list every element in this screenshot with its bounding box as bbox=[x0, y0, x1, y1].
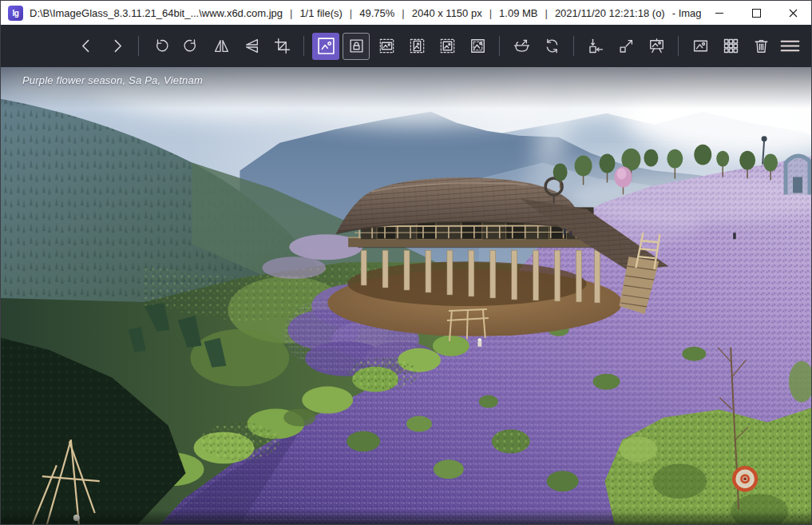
delete-button[interactable] bbox=[747, 33, 774, 60]
titlebar-file-size: 1.09 MB bbox=[499, 7, 537, 19]
photo-canvas[interactable]: Purple flower season, Sa Pa, Vietnam bbox=[1, 67, 811, 524]
rotate-left-button[interactable] bbox=[147, 33, 174, 60]
photo-scene bbox=[1, 67, 811, 524]
trash-icon bbox=[753, 38, 770, 54]
scale-to-width-icon bbox=[378, 38, 395, 54]
next-image-button[interactable] bbox=[103, 33, 130, 60]
previous-image-button[interactable] bbox=[73, 33, 100, 60]
gallery-button[interactable] bbox=[687, 33, 714, 60]
titlebar-separator: | bbox=[489, 7, 492, 19]
close-icon bbox=[789, 9, 798, 18]
toolbar-separator bbox=[303, 36, 304, 56]
rotate-right-button[interactable] bbox=[177, 33, 204, 60]
window-fit-icon bbox=[588, 38, 604, 54]
hamburger-menu-icon bbox=[780, 38, 800, 54]
rotate-left-icon bbox=[152, 38, 169, 54]
refresh-icon bbox=[544, 38, 560, 54]
crop-button[interactable] bbox=[268, 33, 295, 60]
bottom-vignette bbox=[1, 510, 811, 524]
titlebar-zoom-level: 49.75% bbox=[359, 7, 394, 19]
refresh-button[interactable] bbox=[538, 33, 565, 60]
imageglass-window: Ig D:\B\ImageGlass_8.3.11.21_64bit_...\w… bbox=[0, 0, 812, 525]
titlebar: Ig D:\B\ImageGlass_8.3.11.21_64bit_...\w… bbox=[1, 1, 811, 25]
flip-vertical-icon bbox=[244, 38, 260, 54]
toolbar-separator bbox=[138, 36, 139, 56]
titlebar-separator: | bbox=[402, 7, 404, 19]
target-ring bbox=[734, 467, 756, 490]
minimize-button[interactable] bbox=[701, 1, 738, 25]
top-vignette bbox=[1, 67, 811, 109]
scale-to-height-icon bbox=[409, 38, 426, 54]
maximize-button[interactable] bbox=[738, 1, 774, 25]
image-icon bbox=[692, 38, 709, 54]
full-screen-button[interactable] bbox=[612, 33, 640, 60]
titlebar-separator: | bbox=[350, 7, 352, 19]
chevron-right-icon bbox=[109, 38, 125, 54]
scale-to-height-button[interactable] bbox=[403, 33, 430, 60]
toolbar-separator bbox=[678, 36, 679, 56]
titlebar-app-name: - ImageG... bbox=[672, 7, 701, 19]
minimize-icon bbox=[715, 13, 723, 14]
titlebar-separator: | bbox=[290, 7, 292, 19]
toolbar-separator bbox=[573, 36, 574, 56]
auto-zoom-icon bbox=[317, 37, 335, 55]
flip-vertical-button[interactable] bbox=[238, 33, 265, 60]
thumbnail-bar-button[interactable] bbox=[717, 33, 744, 60]
rotate-right-icon bbox=[183, 38, 200, 54]
scale-to-fill-button[interactable] bbox=[464, 33, 491, 60]
scale-to-fit-icon bbox=[439, 38, 456, 54]
pole-top bbox=[762, 136, 767, 141]
main-menu-button[interactable] bbox=[776, 33, 803, 60]
grid-icon bbox=[723, 38, 739, 54]
window-controls bbox=[701, 1, 811, 25]
open-with-icon bbox=[513, 38, 530, 54]
open-with-button[interactable] bbox=[508, 33, 535, 60]
full-screen-icon bbox=[618, 38, 635, 54]
titlebar-text: D:\B\ImageGlass_8.3.11.21_64bit_...\www.… bbox=[30, 7, 701, 19]
titlebar-file-count: 1/1 file(s) bbox=[299, 7, 342, 19]
auto-zoom-button[interactable] bbox=[312, 33, 339, 60]
maximize-icon bbox=[752, 9, 761, 18]
close-button[interactable] bbox=[774, 1, 811, 25]
slideshow-icon bbox=[648, 38, 665, 54]
imageglass-logo-icon[interactable]: Ig bbox=[8, 6, 23, 21]
titlebar-separator: | bbox=[545, 7, 547, 19]
titlebar-dimensions: 2040 x 1150 px bbox=[412, 7, 482, 19]
toolbar bbox=[1, 25, 811, 67]
lock-zoom-button[interactable] bbox=[343, 33, 370, 60]
flip-horizontal-icon bbox=[213, 38, 230, 54]
toolbar-separator bbox=[499, 36, 500, 56]
slideshow-button[interactable] bbox=[643, 33, 670, 60]
photo-caption: Purple flower season, Sa Pa, Vietnam bbox=[22, 74, 203, 86]
blue-arch-structure bbox=[786, 156, 810, 194]
flip-horizontal-button[interactable] bbox=[208, 33, 235, 60]
scale-to-fit-button[interactable] bbox=[434, 33, 461, 60]
lock-zoom-icon bbox=[348, 38, 365, 54]
titlebar-timestamp: 2021/11/20 12:21:18 (o) bbox=[555, 7, 665, 19]
titlebar-file-path: D:\B\ImageGlass_8.3.11.21_64bit_...\www.… bbox=[30, 7, 283, 19]
scale-to-width-button[interactable] bbox=[373, 33, 400, 60]
scale-to-fill-icon bbox=[469, 38, 486, 54]
chevron-left-icon bbox=[78, 38, 95, 54]
crop-icon bbox=[274, 38, 291, 54]
window-fit-button[interactable] bbox=[582, 33, 609, 60]
